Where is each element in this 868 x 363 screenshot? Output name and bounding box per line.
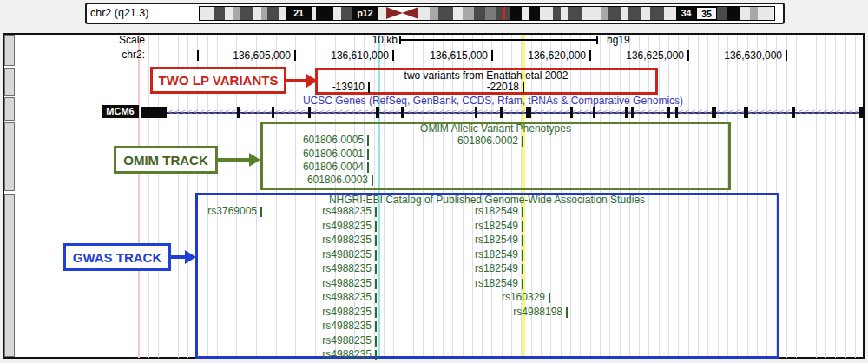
ideogram-band bbox=[529, 7, 540, 20]
ideogram-band bbox=[438, 7, 453, 20]
variant-item-label[interactable]: -13910 bbox=[332, 82, 365, 93]
gwas-item-label[interactable]: rs4988235 bbox=[322, 335, 372, 346]
gwas-item-label[interactable]: rs182549 bbox=[475, 278, 518, 289]
ideogram-band bbox=[664, 7, 676, 20]
gene-exon[interactable] bbox=[141, 107, 167, 118]
gene-exon[interactable] bbox=[376, 107, 379, 118]
gene-exon[interactable] bbox=[475, 107, 477, 118]
ideogram-band bbox=[225, 7, 233, 20]
gene-exon[interactable] bbox=[631, 107, 634, 118]
omim-track-callout: OMIM TRACK bbox=[114, 146, 218, 174]
gene-exon[interactable] bbox=[272, 107, 274, 118]
track-drag-handle[interactable] bbox=[4, 68, 15, 96]
blue-arrow-line bbox=[171, 255, 185, 259]
ideogram-band bbox=[628, 7, 641, 20]
gene-exon[interactable] bbox=[500, 107, 503, 118]
track-drag-handle[interactable] bbox=[4, 35, 15, 66]
ideogram-band bbox=[727, 7, 740, 20]
gene-exon[interactable] bbox=[570, 107, 573, 118]
gene-label-mcm6[interactable]: MCM6 bbox=[102, 105, 139, 118]
variants-track-title: two variants from Enattah etal 2002 bbox=[404, 69, 569, 82]
omim-item-label[interactable]: 601806.0004 bbox=[303, 162, 364, 173]
gwas-track-box bbox=[195, 193, 779, 359]
variant-item-label[interactable]: -22018 bbox=[487, 82, 519, 93]
gwas-item-tick bbox=[522, 207, 523, 217]
gwas-item-label[interactable]: rs4988198 bbox=[513, 307, 562, 318]
scale-bar-right-tick bbox=[596, 36, 598, 44]
omim-item-label[interactable]: 601806.0003 bbox=[307, 175, 368, 186]
gridline bbox=[816, 35, 817, 358]
omim-item-label[interactable]: 601806.0002 bbox=[457, 135, 518, 147]
gene-exon[interactable] bbox=[744, 107, 748, 118]
gene-exon[interactable] bbox=[625, 107, 628, 118]
gwas-item-tick bbox=[522, 264, 523, 274]
gene-exon[interactable] bbox=[792, 107, 795, 118]
gwas-item-tick bbox=[375, 321, 377, 332]
gene-exon[interactable] bbox=[667, 107, 670, 118]
variant-item-tick bbox=[368, 82, 370, 93]
gwas-item-label[interactable]: rs4988235 bbox=[322, 349, 372, 360]
gwas-item-label[interactable]: rs4988235 bbox=[322, 221, 372, 232]
genome-browser-screenshot: chr2 (q21.3) 21p123435 Scale chr2: 10 kb… bbox=[0, 0, 868, 363]
chromosome-position-label: chr2 (q21.3) bbox=[90, 7, 148, 19]
gwas-item-tick bbox=[522, 221, 523, 232]
gene-exon[interactable] bbox=[526, 107, 531, 118]
gwas-item-label[interactable]: rs182549 bbox=[475, 221, 518, 232]
ideogram-band bbox=[267, 7, 279, 20]
ideogram-band bbox=[740, 7, 750, 20]
omim-track-callout-label: OMIM TRACK bbox=[123, 153, 208, 168]
omim-item-label[interactable]: 601806.0001 bbox=[303, 148, 364, 160]
ideogram-band-label: 35 bbox=[697, 8, 716, 21]
gwas-item-label[interactable]: rs182549 bbox=[475, 206, 518, 217]
gwas-item-tick bbox=[375, 307, 377, 318]
gwas-item-label[interactable]: rs182549 bbox=[475, 263, 518, 274]
centromere-icon bbox=[386, 7, 403, 19]
ideogram-band bbox=[601, 7, 608, 20]
gwas-item-label[interactable]: rs4988235 bbox=[322, 307, 372, 318]
gwas-item-label[interactable]: rs4988235 bbox=[322, 278, 372, 289]
ideogram-band bbox=[279, 7, 286, 20]
track-drag-handle[interactable] bbox=[4, 97, 15, 121]
gwas-item-label[interactable]: rs4988235 bbox=[322, 263, 372, 274]
gene-exon[interactable] bbox=[675, 107, 678, 118]
ideogram-band bbox=[568, 7, 582, 20]
omim-item-label[interactable]: 601806.0005 bbox=[303, 135, 364, 146]
omim-item-tick bbox=[367, 162, 369, 173]
coordinate-tick bbox=[294, 50, 296, 61]
ideogram-band bbox=[214, 7, 225, 20]
gwas-item-label[interactable]: rs3769005 bbox=[207, 206, 257, 217]
red-arrow-line bbox=[286, 79, 306, 82]
gwas-item-tick bbox=[522, 235, 523, 246]
scale-bar-left-tick bbox=[399, 36, 401, 44]
gwas-item-label[interactable]: rs4988235 bbox=[322, 206, 372, 217]
gwas-item-tick bbox=[375, 279, 377, 289]
coordinate-tick bbox=[392, 50, 394, 61]
gwas-item-label[interactable]: rs4988235 bbox=[322, 234, 372, 246]
gwas-item-label[interactable]: rs4988235 bbox=[322, 249, 372, 261]
gwas-item-label[interactable]: rs4988235 bbox=[322, 292, 372, 303]
coordinate-tick bbox=[491, 50, 493, 61]
gwas-item-tick bbox=[549, 293, 550, 303]
gwas-item-label[interactable]: rs160329 bbox=[502, 292, 545, 303]
ideogram-band bbox=[333, 7, 341, 20]
gwas-item-label[interactable]: rs182549 bbox=[475, 234, 518, 246]
coordinate-tick bbox=[197, 50, 199, 61]
omim-item-tick bbox=[372, 175, 373, 186]
gene-exon[interactable] bbox=[859, 107, 864, 118]
ideogram-band-label: p12 bbox=[352, 7, 378, 20]
gene-exon[interactable] bbox=[401, 107, 404, 118]
track-drag-handle[interactable] bbox=[4, 194, 15, 357]
ideogram-band bbox=[418, 7, 430, 20]
ideogram-band bbox=[717, 7, 727, 20]
scale-value: 10 kb bbox=[372, 35, 398, 46]
gridline bbox=[845, 35, 846, 358]
gene-exon[interactable] bbox=[712, 107, 716, 118]
gene-exon[interactable] bbox=[308, 107, 311, 118]
gene-exon[interactable] bbox=[237, 107, 240, 118]
gwas-item-label[interactable]: rs182549 bbox=[475, 249, 518, 261]
gwas-item-label[interactable]: rs4988235 bbox=[322, 320, 372, 332]
ideogram-band bbox=[474, 7, 485, 20]
track-drag-handle[interactable] bbox=[4, 122, 15, 191]
gwas-item-tick bbox=[375, 207, 377, 217]
gene-exon[interactable] bbox=[593, 107, 595, 118]
